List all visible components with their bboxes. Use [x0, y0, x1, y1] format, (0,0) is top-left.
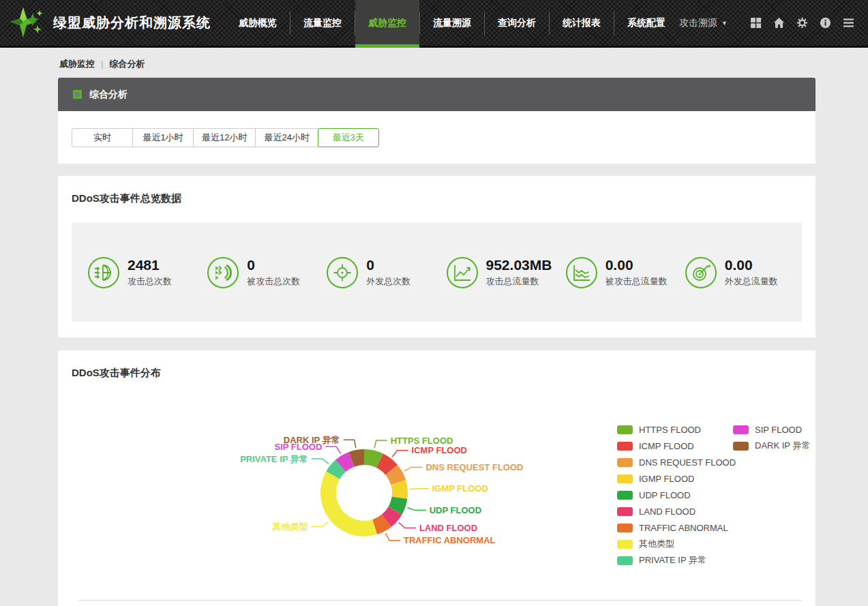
label-line [407, 508, 425, 511]
time-filter-button-最近12小时[interactable]: 最近12小时 [193, 128, 256, 147]
breadcrumb-separator: | [101, 59, 103, 69]
legend-item-traffic-abnormal[interactable]: TRAFFIC ABNORMAL [617, 519, 733, 536]
pie-label-icmp-flood: ICMP FLOOD [412, 445, 467, 455]
overview-stats-panel: 2481攻击总次数0被攻击总次数0外发总次数952.03MB攻击总流量数0.00… [72, 223, 802, 322]
section-header-title: 综合分析 [89, 89, 128, 101]
apps-grid-icon[interactable] [750, 17, 762, 29]
legend-label: DARK IP 异常 [755, 440, 810, 452]
legend-label: SIP FLOOD [755, 425, 802, 435]
legend-color-chip [617, 474, 633, 483]
legend-item-dark-ip-异常[interactable]: DARK IP 异常 [733, 438, 849, 454]
nav-item-威胁概览[interactable]: 威胁概览 [226, 0, 290, 46]
legend-color-chip [617, 507, 633, 516]
stat-value: 0 [366, 257, 410, 273]
legend-color-chip [617, 458, 633, 467]
ddos-overview-card: DDoS攻击事件总览数据 2481攻击总次数0被攻击总次数0外发总次数952.0… [58, 176, 815, 337]
stat-text: 0外发总次数 [366, 257, 410, 288]
menu-icon[interactable] [843, 17, 854, 29]
top-navbar: 绿盟威胁分析和溯源系统 威胁概览流量监控威胁监控流量溯源查询分析统计报表系统配置… [0, 0, 868, 48]
app-title: 绿盟威胁分析和溯源系统 [53, 14, 211, 32]
overview-card-title: DDoS攻击事件总览数据 [72, 192, 181, 205]
stat-被攻击总流量数: 0.00被攻击总流量数 [556, 257, 676, 288]
stat-label: 攻击总流量数 [486, 275, 552, 288]
label-line [410, 489, 429, 489]
legend-label: TRAFFIC ABNORMAL [639, 523, 728, 533]
legend-label: ICMP FLOOD [639, 441, 694, 451]
nav-item-查询分析[interactable]: 查询分析 [485, 0, 549, 46]
legend-color-chip [617, 524, 633, 532]
stat-text: 952.03MB攻击总流量数 [486, 257, 552, 288]
stat-label: 被攻击总次数 [247, 275, 300, 288]
nav-item-流量监控[interactable]: 流量监控 [290, 0, 355, 46]
stat-text: 0.00外发总流量数 [725, 257, 778, 288]
stat-label: 被攻击总流量数 [605, 275, 668, 288]
main-nav: 威胁概览流量监控威胁监控流量溯源查询分析统计报表系统配置 [226, 0, 678, 46]
stat-攻击总次数: 2481攻击总次数 [78, 257, 198, 288]
nav-item-系统配置[interactable]: 系统配置 [614, 0, 678, 46]
legend-column: HTTPS FLOODICMP FLOODDNS REQUEST FLOODIG… [617, 421, 733, 569]
legend-item-dns-request-flood[interactable]: DNS REQUEST FLOOD [617, 454, 733, 470]
legend-label: LAND FLOOD [639, 506, 695, 517]
stat-value: 0.00 [605, 257, 668, 273]
time-filter-button-最近1小时[interactable]: 最近1小时 [132, 128, 194, 147]
legend-item-land-flood[interactable]: LAND FLOOD [617, 503, 733, 519]
legend-color-chip [617, 425, 633, 434]
legend-label: PRIVATE IP 异常 [639, 554, 706, 566]
page-content: 威胁监控|综合分析 综合分析 实时最近1小时最近12小时最近24小时最近3天 D… [58, 48, 815, 606]
pie-label-udp-flood: UDP FLOOD [430, 505, 481, 515]
attack-trace-dropdown[interactable]: 攻击溯源 ▼ [679, 17, 728, 29]
stat-value: 0.00 [725, 257, 778, 273]
legend-label: HTTPS FLOOD [639, 425, 701, 435]
chevron-down-icon: ▼ [721, 20, 728, 27]
section-header: 综合分析 [58, 78, 815, 111]
legend-color-chip [617, 556, 633, 565]
nav-item-流量溯源[interactable]: 流量溯源 [420, 0, 484, 46]
info-icon[interactable] [820, 17, 831, 29]
pie-label-dns-request-flood: DNS REQUEST FLOOD [425, 462, 523, 472]
label-line [392, 451, 408, 457]
pie-label-land-flood: LAND FLOOD [419, 523, 477, 533]
stat-text: 0.00被攻击总流量数 [605, 257, 668, 288]
legend-label: 其他类型 [639, 538, 674, 550]
stat-text: 0被攻击总次数 [247, 257, 300, 288]
nav-item-统计报表[interactable]: 统计报表 [550, 0, 614, 46]
pie-slice-其他类型[interactable] [320, 471, 377, 536]
section-marker-icon [73, 90, 82, 99]
app-logo-icon [10, 6, 45, 40]
label-line [312, 521, 329, 527]
stat-攻击总流量数: 952.03MB攻击总流量数 [437, 257, 556, 288]
legend-item-icmp-flood[interactable]: ICMP FLOOD [617, 438, 733, 454]
attack-count-icon [88, 257, 119, 288]
breadcrumb: 威胁监控|综合分析 [58, 48, 815, 78]
legend-label: IGMP FLOOD [639, 474, 694, 484]
time-filter-button-最近3天[interactable]: 最近3天 [318, 128, 379, 147]
attacked-traffic-icon [566, 257, 597, 288]
stat-text: 2481攻击总次数 [128, 257, 172, 288]
time-filter-button-实时[interactable]: 实时 [72, 128, 133, 147]
legend-item-其他类型[interactable]: 其他类型 [617, 536, 733, 552]
legend-label: DNS REQUEST FLOOD [639, 457, 736, 468]
nav-item-威胁监控[interactable]: 威胁监控 [355, 0, 419, 46]
card-divider [78, 600, 802, 601]
legend-color-chip [733, 425, 749, 434]
legend-item-https-flood[interactable]: HTTPS FLOOD [617, 421, 733, 438]
time-filter-section: 实时最近1小时最近12小时最近24小时最近3天 [58, 111, 815, 164]
pie-label-其他类型: 其他类型 [272, 521, 308, 532]
legend-item-igmp-flood[interactable]: IGMP FLOOD [617, 470, 733, 487]
breadcrumb-item-威胁监控[interactable]: 威胁监控 [59, 59, 95, 69]
legend-item-udp-flood[interactable]: UDP FLOOD [617, 487, 733, 503]
time-filter-button-最近24小时[interactable]: 最近24小时 [255, 128, 318, 147]
label-line [325, 446, 340, 453]
stat-label: 攻击总次数 [128, 275, 172, 288]
outbound-traffic-icon [685, 257, 717, 288]
gear-icon[interactable] [796, 17, 808, 29]
stat-外发总流量数: 0.00外发总流量数 [676, 257, 795, 288]
legend-item-private-ip-异常[interactable]: PRIVATE IP 异常 [617, 552, 733, 569]
home-icon[interactable] [773, 17, 785, 29]
legend-item-sip-flood[interactable]: SIP FLOOD [733, 421, 849, 438]
ddos-donut-chart: HTTPS FLOODICMP FLOODDNS REQUEST FLOODIG… [58, 391, 590, 606]
ddos-distribution-card: DDoS攻击事件分布 HTTPS FLOODICMP FLOODDNS REQU… [58, 350, 815, 606]
attacked-count-icon [207, 257, 239, 288]
outbound-count-icon [327, 257, 358, 288]
stat-外发总次数: 0外发总次数 [317, 257, 436, 288]
